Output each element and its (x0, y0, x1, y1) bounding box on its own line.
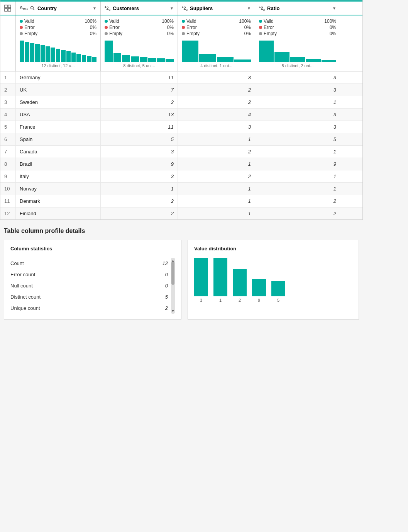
suppliers-column-header[interactable]: 123 Suppliers ▼ (178, 2, 255, 15)
suppliers-empty-pct: 0% (239, 31, 251, 36)
ratio-valid-pct: 100% (324, 19, 336, 24)
country-column-header[interactable]: ABC Country ▼ (16, 2, 101, 15)
profile-bar (82, 55, 86, 62)
customers-valid-pct: 100% (162, 19, 174, 24)
dist-bar-label: 9 (258, 298, 260, 303)
customers-cell: 2 (101, 195, 178, 207)
customers-distinct-label: 8 distinct, 5 uni... (105, 63, 174, 68)
table-row[interactable]: 12 Finland 2 1 2 (0, 207, 362, 219)
dist-bar-group: 9 (252, 279, 266, 303)
empty-dot-r (259, 32, 262, 35)
profile-bar (105, 41, 113, 62)
dist-bar-label: 5 (277, 298, 279, 303)
empty-label-s: Empty (186, 31, 238, 36)
customers-dropdown-icon[interactable]: ▼ (170, 6, 174, 10)
table-row[interactable]: 2 UK 7 2 3 (0, 84, 362, 96)
profile-bar (182, 41, 198, 62)
country-cell: USA (16, 109, 101, 121)
profile-bar (92, 57, 96, 62)
scrollbar-thumb[interactable] (171, 262, 174, 285)
customers-quality-row: Valid 100% Error 0% Empty 0% (105, 19, 174, 36)
customers-cell: 1 (101, 183, 178, 195)
country-cell: Brazil (16, 158, 101, 170)
table-row[interactable]: 11 Denmark 2 1 2 (0, 195, 362, 207)
svg-rect-3 (8, 8, 11, 11)
suppliers-error-pct: 0% (239, 25, 251, 30)
ratio-cell: 3 (255, 84, 340, 96)
dist-title: Value distribution (194, 246, 352, 252)
error-label-s: Error (186, 25, 238, 30)
table-row[interactable]: 5 France 11 3 3 (0, 121, 362, 133)
table-row[interactable]: 8 Brazil 9 1 9 (0, 158, 362, 170)
ratio-cell: 3 (255, 121, 340, 133)
table-row[interactable]: 3 Sweden 2 2 1 (0, 96, 362, 109)
profile-bar (199, 54, 216, 62)
stat-label: Distinct count (10, 294, 41, 300)
row-number: 9 (0, 170, 16, 182)
country-dropdown-icon[interactable]: ▼ (93, 6, 96, 10)
suppliers-distinct-label: 4 distinct, 1 uni... (182, 63, 251, 68)
scroll-down-arrow[interactable]: ▼ (171, 308, 175, 314)
table-row[interactable]: 7 Canada 3 2 1 (0, 146, 362, 158)
dist-chart: 31295 (194, 258, 352, 304)
error-dot-r (259, 26, 262, 29)
table-row[interactable]: 10 Norway 1 1 1 (0, 183, 362, 195)
profile-bar (290, 57, 305, 62)
dist-bar-label: 1 (219, 298, 222, 303)
dist-bar (252, 279, 266, 296)
svg-rect-1 (8, 5, 11, 8)
dist-bar-group: 5 (271, 281, 285, 303)
text-type-icon: ABC (20, 5, 28, 11)
valid-dot (20, 20, 23, 23)
profile-bar (76, 54, 81, 62)
dist-bar-group: 2 (233, 269, 247, 303)
profile-bar (148, 58, 156, 62)
profile-bar (35, 44, 39, 62)
customers-error-row: Error 0% (105, 25, 174, 30)
customers-column-header[interactable]: 123 Customers ▼ (101, 2, 178, 15)
profile-bar (41, 45, 45, 62)
suppliers-quality-row: Valid 100% Error 0% Empty 0% (182, 19, 251, 36)
scrollbar[interactable]: ▲ ▼ (171, 258, 175, 314)
suppliers-error-row: Error 0% (182, 25, 251, 30)
customers-cell: 13 (101, 109, 178, 121)
ratio-column-header[interactable]: 123 Ratio ▼ (255, 2, 340, 15)
ratio-cell: 3 (255, 109, 340, 121)
table-row[interactable]: 9 Italy 3 2 1 (0, 170, 362, 183)
customers-cell: 7 (101, 84, 178, 96)
suppliers-cell: 3 (178, 121, 255, 133)
data-table: ABC Country ▼ 123 Customers ▼ 123 Suppli… (0, 0, 363, 220)
country-header-label: Country (37, 5, 57, 11)
stat-row: Count 12 (10, 258, 168, 269)
ratio-cell: 1 (255, 146, 340, 158)
country-cell: Norway (16, 183, 101, 195)
country-cell: Germany (16, 71, 101, 83)
stat-row: Distinct count 5 (10, 291, 168, 303)
profile-bar (140, 57, 148, 62)
stats-list: Count 12 Error count 0 Null count 0 Dist… (10, 258, 168, 314)
ratio-cell: 1 (255, 96, 340, 108)
country-empty-row: Empty 0% (20, 31, 96, 36)
suppliers-empty-row: Empty 0% (182, 31, 251, 36)
ratio-valid-row: Valid 100% (259, 19, 336, 24)
suppliers-dropdown-icon[interactable]: ▼ (247, 6, 251, 10)
row-number: 11 (0, 195, 16, 207)
svg-rect-2 (5, 8, 7, 11)
customers-valid-row: Valid 100% (105, 19, 174, 24)
valid-label: Valid (24, 19, 83, 24)
ratio-bar-chart (259, 39, 336, 62)
profile-bar (51, 48, 55, 62)
ratio-dropdown-icon[interactable]: ▼ (332, 6, 336, 10)
ratio-cell: 1 (255, 183, 340, 195)
table-row[interactable]: 4 USA 13 4 3 (0, 109, 362, 121)
profile-bar (46, 46, 50, 62)
table-row[interactable]: 1 Germany 11 3 3 (0, 71, 362, 84)
profile-bar (20, 41, 24, 62)
dist-panel: Value distribution 31295 (188, 240, 359, 320)
number-type-icon-suppliers: 123 (182, 5, 188, 12)
country-cell: Finland (16, 207, 101, 219)
error-dot-c (105, 26, 108, 29)
ratio-header-label: Ratio (267, 5, 280, 11)
table-row[interactable]: 6 Spain 5 1 5 (0, 133, 362, 146)
suppliers-cell: 2 (178, 170, 255, 182)
